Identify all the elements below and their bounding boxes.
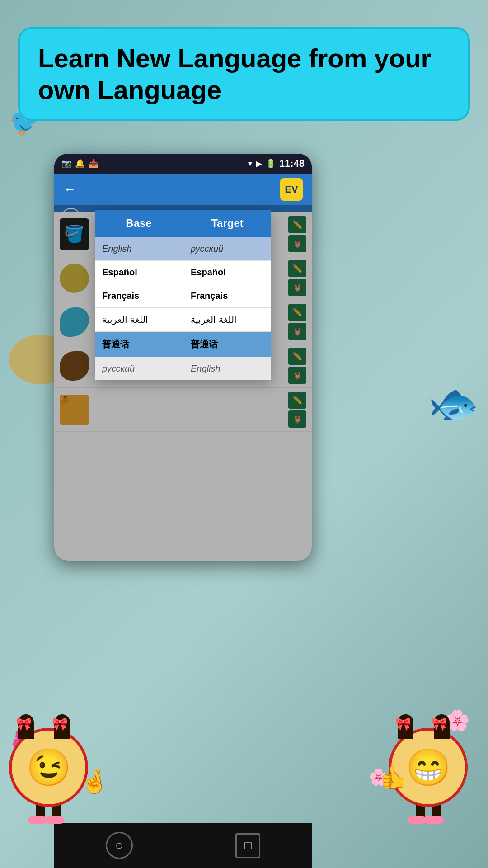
status-icons-right: ▾ ▶ 🔋 11:48 [248, 158, 305, 170]
home-button[interactable]: ○ [106, 832, 133, 859]
fish-icon: 🐟 [428, 380, 479, 427]
base-lang-russian[interactable]: русский [95, 357, 183, 380]
base-header: Base [95, 210, 183, 237]
notification-icon: 🔔 [75, 159, 85, 169]
app-logo: EV [280, 178, 303, 201]
status-icons-left: 📷 🔔 📥 [61, 159, 99, 169]
base-lang-arabic[interactable]: اللغة العربية [95, 307, 183, 331]
recents-button[interactable]: □ [235, 833, 260, 858]
base-lang-francais[interactable]: Français [95, 284, 183, 307]
wifi-icon: ▾ [248, 159, 252, 169]
signal-icon: ▶ [256, 159, 262, 169]
target-lang-russian[interactable]: русский [183, 237, 271, 260]
language-modal-overlay: Base English Español Français ا [54, 205, 312, 561]
target-lang-francais[interactable]: Français [183, 284, 271, 307]
target-lang-chinese[interactable]: 普通话 [183, 331, 271, 357]
base-lang-english[interactable]: English [95, 237, 183, 260]
banner-text: Learn New Language from your own Languag… [38, 42, 450, 105]
download-icon: 📥 [89, 159, 99, 169]
target-lang-espanol[interactable]: Español [183, 260, 271, 284]
base-column: Base English Español Français ا [95, 210, 183, 380]
app-header: ← EV [54, 174, 312, 205]
target-lang-english[interactable]: English [183, 357, 271, 380]
target-lang-arabic[interactable]: اللغة العربية [183, 307, 271, 331]
base-lang-chinese[interactable]: 普通话 [95, 331, 183, 357]
status-time: 11:48 [279, 158, 305, 170]
character-right: 🎀 🎀 😁 👍 [384, 714, 483, 832]
modal-columns: Base English Español Français ا [95, 210, 271, 380]
base-lang-espanol[interactable]: Español [95, 260, 183, 284]
top-banner: Learn New Language from your own Languag… [18, 27, 470, 121]
language-modal: Base English Español Français ا [95, 210, 271, 380]
phone-mockup: 📷 🔔 📥 ▾ ▶ 🔋 11:48 ← EV ▶ Play delay time… [54, 154, 312, 561]
battery-icon: 🔋 [266, 159, 276, 169]
target-header: Target [183, 210, 271, 237]
character-left: 🎀 🎀 😉 🤞 [5, 714, 104, 832]
target-column: Target русский Español Français [183, 210, 271, 380]
status-bar: 📷 🔔 📥 ▾ ▶ 🔋 11:48 [54, 154, 312, 174]
back-button[interactable]: ← [63, 182, 76, 197]
camera-icon: 📷 [61, 159, 71, 169]
